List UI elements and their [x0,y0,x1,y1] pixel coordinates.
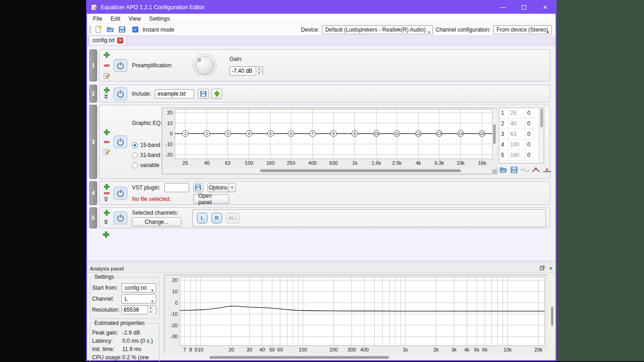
table-row[interactable]: 1250 [499,108,539,119]
menu-item-edit[interactable]: Edit [106,15,125,23]
scrollbar-handle[interactable] [260,169,461,172]
import-frequencies-icon[interactable] [499,166,508,174]
analysis-panel: Analysis panel ✕ Settings Start from: co… [87,261,556,360]
include-file-input[interactable] [155,89,194,98]
eq-graph-canvas[interactable]: 2540631001602504006301k1.6k2.5k4k6.3k10k… [162,108,498,167]
analysis-panel-titlebar[interactable]: Analysis panel ✕ [87,265,556,273]
dock-splitter[interactable] [87,261,556,265]
band-gain[interactable]: 0 [525,108,539,118]
resolution-spinbox[interactable]: ▲ ▼ [121,305,156,314]
table-row[interactable]: 51600 [499,150,539,161]
tab-close-icon[interactable]: ✕ [117,38,123,43]
add-filter-icon[interactable] [104,87,110,94]
add-filter-icon[interactable] [104,52,110,59]
toolbar-handle[interactable] [89,26,91,34]
eq-graph[interactable]: 2540631001602504006301k1.6k2.5k4k6.3k10k… [162,108,497,174]
eq-graph-hscrollbar[interactable] [163,169,492,173]
open-panel-button[interactable]: Open panel [193,195,229,204]
scrollbar-handle[interactable] [551,307,553,326]
band-gain[interactable]: 0 [525,129,539,139]
band-gain[interactable]: 0 [525,150,539,160]
power-toggle[interactable] [114,135,127,148]
change-channels-button[interactable]: Change... [132,217,181,227]
analysis-graph[interactable]: 7891020304050601002003004001k2k3k4k5k6k1… [164,275,548,353]
vst-options-button[interactable]: Options ▼ [207,183,236,192]
maximize-icon[interactable] [513,1,535,14]
chevron-down-icon[interactable]: ▼ [229,184,235,192]
band-gain[interactable]: 0 [525,140,539,150]
power-toggle[interactable] [114,187,127,200]
collapse-chevrons-icon[interactable] [104,94,110,101]
interpolate-curve-icon[interactable] [521,166,529,174]
filter-handle-4[interactable]: 4 [89,181,97,205]
normalize-curve-icon[interactable] [532,166,540,174]
channel-button-l[interactable]: L [197,213,207,223]
spin-up-icon[interactable]: ▲ [256,67,262,71]
new-file-icon[interactable] [93,25,103,35]
resolution-input[interactable] [122,306,147,314]
scrollbar-handle[interactable] [209,356,389,359]
resize-grip[interactable] [492,169,497,173]
power-toggle[interactable] [114,87,127,100]
save-file-icon[interactable] [117,25,127,35]
spin-down-icon[interactable]: ▼ [256,71,262,76]
add-filter-icon[interactable] [104,210,110,216]
vst-path-input[interactable] [164,183,189,192]
analysis-vscrollbar[interactable] [551,276,554,342]
edit-filter-icon[interactable] [104,148,110,155]
minimize-icon[interactable]: — [492,1,513,14]
collapse-chevrons-icon[interactable] [104,196,110,203]
append-filter-icon[interactable] [103,231,109,238]
add-filter-icon[interactable] [104,184,110,190]
instant-mode-checkbox[interactable]: ✓ [132,27,138,32]
maximize-glyph [522,5,526,10]
filter-handle-2[interactable]: 2 [89,85,97,103]
open-file-icon[interactable] [105,25,115,35]
remove-filter-icon[interactable] [104,62,110,69]
filter-handle-3[interactable]: 3 [89,105,97,179]
browse-vst-icon[interactable] [193,183,203,192]
power-toggle[interactable] [114,59,127,72]
filter-handle-1[interactable]: 1 [89,49,97,81]
gain-input[interactable] [230,67,256,75]
reset-gains-icon[interactable] [543,166,551,174]
open-included-file-icon[interactable] [211,89,222,99]
band-gain[interactable]: 0 [525,119,539,129]
eq-graph-vscrollbar[interactable] [493,109,496,158]
settings-group: Settings Start from: config.txt ▼ Channe… [90,274,159,319]
table-row[interactable]: 2400 [499,119,539,129]
channel-button-all[interactable]: ALL [226,213,240,223]
scrollbar-handle[interactable] [540,109,543,127]
export-frequencies-icon[interactable] [510,166,518,174]
table-row[interactable]: 3630 [499,129,539,140]
channel-select[interactable]: L ▼ [121,294,156,303]
close-icon[interactable]: ✕ [535,1,556,14]
edit-filter-icon[interactable] [104,72,110,79]
remove-filter-icon[interactable] [104,139,110,146]
scrollbar-handle[interactable] [493,124,496,144]
browse-file-icon[interactable] [198,89,209,99]
analysis-graph-canvas[interactable]: 7891020304050601002003004001k2k3k4k5k6k1… [164,275,548,354]
menu-item-view[interactable]: View [125,15,145,23]
menu-item-file[interactable]: File [89,15,106,23]
menu-item-settings[interactable]: Settings [145,15,174,23]
table-row[interactable]: 41000 [499,140,539,150]
channel-button-r[interactable]: R [212,213,222,223]
tab-config-txt[interactable]: config.txt ✕ [88,35,127,45]
device-select[interactable]: Default (Luidsprekers - Realtek(R) Audio… [322,25,433,34]
spin-down-icon[interactable]: ▼ [147,310,154,314]
preamp-gain-knob[interactable] [192,53,218,78]
add-filter-icon[interactable] [104,129,110,136]
filter-handle-5[interactable]: 5 [89,207,97,228]
float-panel-icon[interactable] [540,265,545,271]
gain-spinbox[interactable]: ▲ ▼ [229,66,263,76]
close-panel-icon[interactable]: ✕ [549,266,553,271]
channel-config-select[interactable]: From device (Stereo) ▼ [493,25,552,34]
power-toggle[interactable] [114,211,127,224]
analysis-hscrollbar[interactable] [164,356,547,359]
start-from-select[interactable]: config.txt ▼ [121,283,156,292]
spin-up-icon[interactable]: ▲ [147,306,154,310]
table-scrollbar[interactable] [539,108,544,163]
collapse-chevrons-icon[interactable] [104,219,110,226]
remove-filter-icon[interactable] [104,190,110,196]
